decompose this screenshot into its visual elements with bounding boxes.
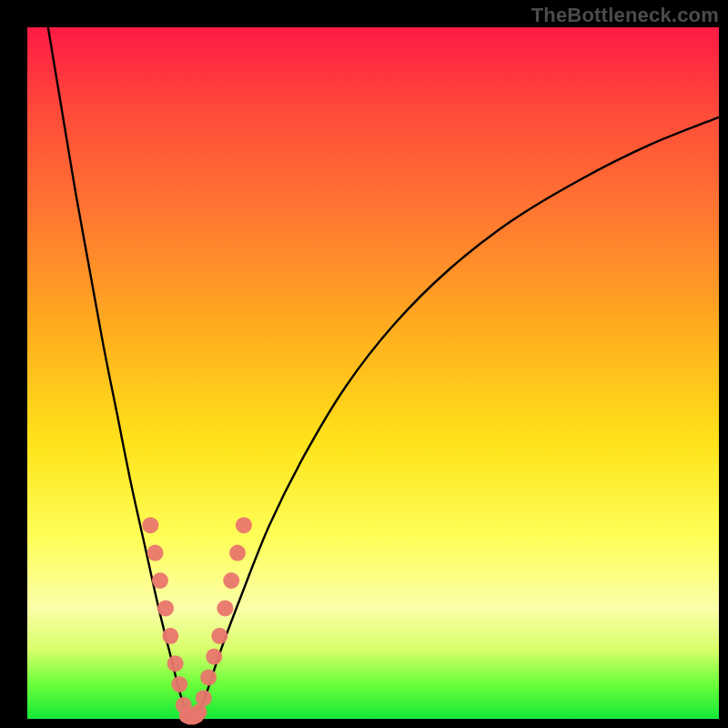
marker-dot bbox=[206, 649, 222, 665]
marker-dot bbox=[217, 600, 233, 616]
plot-area bbox=[27, 27, 719, 719]
marker-dot bbox=[196, 690, 212, 706]
marker-dot bbox=[142, 517, 158, 533]
marker-dot bbox=[167, 655, 184, 672]
marker-dot bbox=[162, 628, 178, 644]
marker-group-left-cluster bbox=[142, 517, 196, 723]
watermark-text: TheBottleneck.com bbox=[531, 4, 719, 27]
marker-dot bbox=[223, 572, 239, 589]
marker-dot bbox=[147, 545, 164, 561]
marker-dot bbox=[157, 600, 174, 616]
marker-dot bbox=[189, 709, 204, 723]
curve-right-curve bbox=[196, 117, 719, 719]
marker-group-bottom-fill bbox=[179, 709, 204, 725]
marker-dot bbox=[236, 517, 252, 533]
plot-svg bbox=[27, 27, 719, 719]
marker-dot bbox=[200, 669, 217, 685]
chart-frame: TheBottleneck.com bbox=[0, 0, 728, 728]
marker-dot bbox=[229, 545, 246, 561]
marker-dot bbox=[171, 676, 187, 693]
marker-group-right-cluster bbox=[190, 517, 251, 720]
marker-dot bbox=[152, 572, 168, 589]
marker-dot bbox=[211, 628, 228, 644]
